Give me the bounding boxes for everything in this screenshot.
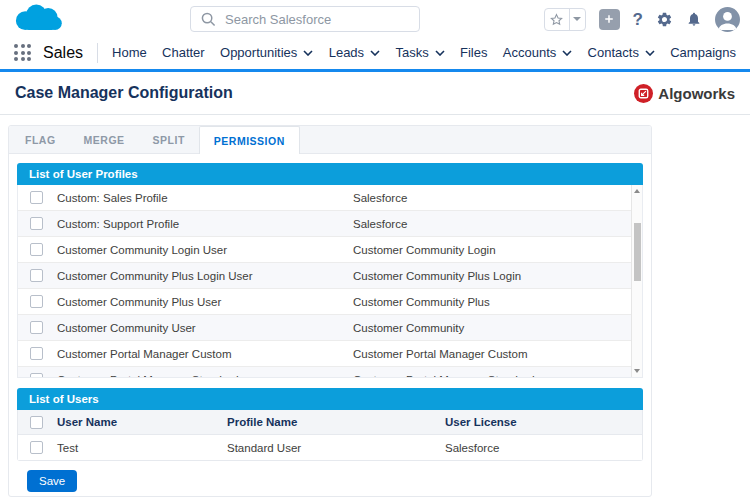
nav-item-label: Contacts bbox=[588, 45, 639, 60]
profile-row: Customer Community Plus Login UserCustom… bbox=[18, 263, 642, 289]
users-table: User Name Profile Name User License Test… bbox=[17, 410, 643, 461]
profile-name: Customer Community Login User bbox=[57, 244, 353, 256]
users-table-header-row: User Name Profile Name User License bbox=[18, 410, 642, 435]
nav-item-leads[interactable]: Leads bbox=[329, 45, 380, 60]
caret-down-icon bbox=[573, 17, 581, 21]
config-card: FLAGMERGESPLITPERMISSION List of User Pr… bbox=[8, 125, 652, 497]
select-all-checkbox[interactable] bbox=[30, 416, 43, 429]
scroll-down-button[interactable] bbox=[632, 366, 642, 376]
profile-name: Customer Community Plus User bbox=[57, 296, 353, 308]
favorites-star-button[interactable] bbox=[545, 9, 570, 30]
chevron-down-icon bbox=[435, 50, 445, 56]
plus-icon bbox=[603, 13, 615, 25]
profile-license: Customer Portal Manager Standard bbox=[353, 374, 535, 379]
save-button[interactable]: Save bbox=[27, 470, 77, 492]
salesforce-logo-icon bbox=[10, 2, 66, 36]
search-input[interactable] bbox=[225, 12, 409, 27]
profile-name: Custom: Sales Profile bbox=[57, 192, 353, 204]
profile-license: Customer Community Plus bbox=[353, 296, 490, 308]
favorites-caret-button[interactable] bbox=[570, 9, 585, 30]
profiles-table: Custom: Sales ProfileSalesforceCustom: S… bbox=[17, 185, 643, 378]
nav-item-label: Files bbox=[460, 45, 487, 60]
nav-item-home[interactable]: Home bbox=[112, 45, 147, 60]
brand: Algoworks bbox=[634, 84, 735, 103]
profile-name: Customer Community Plus Login User bbox=[57, 270, 353, 282]
help-button[interactable]: ? bbox=[633, 11, 643, 28]
users-section-title: List of Users bbox=[29, 393, 99, 405]
setup-button[interactable] bbox=[656, 11, 673, 28]
chevron-down-icon bbox=[562, 50, 572, 56]
row-checkbox[interactable] bbox=[30, 295, 43, 308]
app-launcher-button[interactable] bbox=[12, 42, 33, 63]
scroll-up-button[interactable] bbox=[632, 186, 642, 196]
profile-row: Customer Community Login UserCustomer Co… bbox=[18, 237, 642, 263]
tab-permission[interactable]: PERMISSION bbox=[199, 126, 300, 154]
row-checkbox[interactable] bbox=[30, 191, 43, 204]
row-checkbox[interactable] bbox=[30, 269, 43, 282]
row-checkbox[interactable] bbox=[30, 321, 43, 334]
row-checkbox[interactable] bbox=[30, 347, 43, 360]
nav-item-label: Accounts bbox=[503, 45, 556, 60]
profile-name: Custom: Support Profile bbox=[57, 218, 353, 230]
chevron-down-icon bbox=[370, 50, 380, 56]
chevron-down-icon bbox=[645, 50, 655, 56]
nav-item-accounts[interactable]: Accounts bbox=[503, 45, 572, 60]
row-checkbox[interactable] bbox=[30, 373, 43, 378]
profile-license: Salesforce bbox=[353, 218, 407, 230]
global-header: ? bbox=[0, 0, 750, 38]
nav-item-tasks[interactable]: Tasks bbox=[395, 45, 444, 60]
nav-item-chatter[interactable]: Chatter bbox=[162, 45, 205, 60]
profile-row: Customer Portal Manager StandardCustomer… bbox=[18, 367, 642, 378]
profiles-section-title: List of User Profiles bbox=[29, 168, 138, 180]
chevron-down-icon bbox=[303, 50, 313, 56]
users-table-body: TestStandard UserSalesforce bbox=[18, 435, 642, 460]
nav-item-files[interactable]: Files bbox=[460, 45, 487, 60]
profile-row: Custom: Sales ProfileSalesforce bbox=[18, 185, 642, 211]
column-header-user-name: User Name bbox=[57, 416, 227, 428]
permission-tab-content: List of User Profiles Custom: Sales Prof… bbox=[9, 154, 651, 492]
profile-license: Customer Community bbox=[353, 322, 464, 334]
scrollbar-thumb[interactable] bbox=[634, 223, 641, 281]
app-nav-bar: Sales HomeChatterOpportunitiesLeadsTasks… bbox=[0, 38, 750, 72]
profiles-scrollbar[interactable] bbox=[631, 185, 642, 377]
user-name: Test bbox=[57, 442, 227, 454]
page-header: Case Manager Configuration Algoworks bbox=[0, 72, 750, 115]
row-checkbox[interactable] bbox=[30, 217, 43, 230]
avatar-icon bbox=[715, 7, 740, 32]
tab-split[interactable]: SPLIT bbox=[139, 126, 199, 153]
page-title: Case Manager Configuration bbox=[15, 84, 233, 102]
nav-item-label: Opportunities bbox=[220, 45, 297, 60]
profiles-table-body: Custom: Sales ProfileSalesforceCustom: S… bbox=[18, 185, 642, 378]
user-license: Salesforce bbox=[445, 442, 642, 454]
notifications-button[interactable] bbox=[686, 11, 702, 27]
nav-items: HomeChatterOpportunitiesLeadsTasksFilesA… bbox=[112, 45, 738, 60]
profile-name: Customer Portal Manager Custom bbox=[57, 348, 353, 360]
column-header-profile-name: Profile Name bbox=[227, 416, 445, 428]
triangle-down-icon bbox=[634, 369, 640, 373]
quick-create-button[interactable] bbox=[599, 9, 620, 30]
nav-item-opportunities[interactable]: Opportunities bbox=[220, 45, 313, 60]
favorites-control bbox=[544, 8, 586, 31]
profile-license: Customer Community Login bbox=[353, 244, 496, 256]
gear-icon bbox=[656, 11, 673, 28]
bell-icon bbox=[686, 11, 702, 27]
tab-strip: FLAGMERGESPLITPERMISSION bbox=[9, 126, 651, 154]
row-checkbox[interactable] bbox=[30, 243, 43, 256]
global-search bbox=[190, 6, 420, 32]
nav-divider bbox=[97, 43, 98, 63]
user-profile-button[interactable] bbox=[715, 7, 740, 32]
search-icon bbox=[201, 12, 216, 27]
nav-item-campaigns[interactable]: Campaigns bbox=[670, 45, 736, 60]
users-section: List of Users User Name Profile Name Use… bbox=[17, 388, 643, 461]
user-row: TestStandard UserSalesforce bbox=[18, 435, 642, 460]
profile-row: Customer Community Plus UserCustomer Com… bbox=[18, 289, 642, 315]
tab-flag[interactable]: FLAG bbox=[11, 126, 70, 153]
nav-item-label: Leads bbox=[329, 45, 364, 60]
profile-license: Salesforce bbox=[353, 192, 407, 204]
nav-item-label: Chatter bbox=[162, 45, 205, 60]
nav-item-contacts[interactable]: Contacts bbox=[588, 45, 655, 60]
algoworks-logo-icon bbox=[634, 84, 653, 103]
nav-item-label: Tasks bbox=[395, 45, 428, 60]
tab-merge[interactable]: MERGE bbox=[70, 126, 139, 153]
row-checkbox[interactable] bbox=[30, 441, 43, 454]
